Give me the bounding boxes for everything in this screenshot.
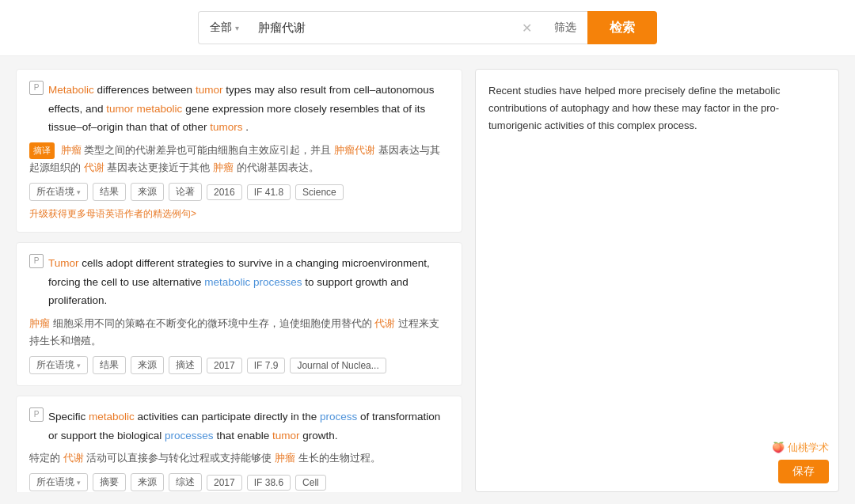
logo-icon: 🍑 [772, 441, 785, 453]
zh-highlight-metabolism: 肿瘤代谢 [334, 144, 375, 156]
main-content: P Metabolic differences between tumor ty… [0, 56, 855, 504]
zh-highlight-tumor-2: 肿瘤 [213, 161, 234, 173]
result-zh-3: 特定的 代谢 活动可以直接参与转化过程或支持能够使 肿瘤 生长的生物过程。 [29, 449, 449, 467]
en-highlight-metabolic-processes: metabolic processes [204, 276, 302, 288]
left-panel: P Metabolic differences between tumor ty… [16, 69, 462, 492]
tag-source-1[interactable]: 来源 [131, 183, 164, 201]
zh-text-4: 的代谢基因表达。 [237, 161, 319, 173]
tag-type-1[interactable]: 论著 [169, 183, 202, 201]
search-input-wrapper: ✕ [250, 11, 543, 44]
result-en-1: Metabolic differences between tumor type… [48, 81, 449, 137]
zh-text-3: 基因表达更接近于其他 [107, 161, 210, 173]
result-en-3: Specific metabolic activities can partic… [48, 407, 449, 445]
result-item-3: P Specific metabolic activities can part… [16, 396, 462, 492]
filter-button[interactable]: 筛选 [543, 11, 587, 44]
en-text-12: growth. [302, 430, 337, 441]
zh-text-7: 特定的 [29, 452, 60, 464]
en-highlight-process: process [320, 411, 357, 423]
en-highlight-tumor-2: tumor [106, 103, 134, 115]
tag-context-1[interactable]: 所在语境 ▾ [29, 183, 88, 201]
top-bar: 全部 ▾ ✕ 筛选 检索 [0, 0, 855, 56]
item-icon-3: P [29, 407, 44, 422]
zh-highlight-tumor-3: 肿瘤 [29, 317, 50, 329]
logo-text: 仙桃学术 [788, 441, 829, 453]
zh-highlight-tumor-4: 肿瘤 [275, 452, 295, 464]
tag-row-2: 所在语境 ▾ 结果 来源 摘述 2017 IF 7.9 Journal of N… [29, 356, 449, 374]
zh-highlight-meta-4: 代谢 [63, 452, 84, 464]
result-item-2: P Tumor cells adopt different strategies… [16, 242, 462, 386]
tag-if-3[interactable]: IF 38.6 [247, 475, 291, 491]
tag-context-3[interactable]: 所在语境 ▾ [29, 473, 88, 491]
upgrade-link-1[interactable]: 升级获得更多母语英语作者的精选例句> [29, 207, 196, 221]
tag-context-2[interactable]: 所在语境 ▾ [29, 356, 88, 374]
right-panel-text: Recent studies have helped more precisel… [488, 82, 826, 135]
en-highlight-tumor-4: tumor [272, 430, 300, 441]
tag-result-1[interactable]: 结果 [93, 183, 126, 201]
tag-year-3[interactable]: 2017 [207, 475, 242, 491]
en-text-9: activities can participate directly in t… [138, 411, 320, 423]
tag-row-3: 所在语境 ▾ 摘要 来源 综述 2017 IF 38.6 Cell [29, 473, 449, 491]
en-text-8: Specific [48, 411, 89, 423]
search-container: 全部 ▾ ✕ 筛选 检索 [198, 11, 657, 44]
en-text-1: differences between [97, 84, 196, 96]
tag-summary-3[interactable]: 摘要 [93, 473, 126, 491]
tag-if-1[interactable]: IF 41.8 [247, 184, 291, 200]
tag-source-2[interactable]: 来源 [131, 356, 164, 374]
zh-text-8: 活动可以直接参与转化过程或支持能够使 [86, 452, 272, 464]
zh-highlight-meta-2: 代谢 [84, 161, 104, 173]
search-input[interactable] [258, 21, 519, 35]
en-highlight-processes: processes [165, 430, 214, 441]
chevron-down-icon: ▾ [235, 24, 239, 32]
en-highlight-metabolic-2: metabolic [137, 103, 183, 115]
tag-journal-2[interactable]: Journal of Nuclea... [290, 358, 386, 373]
zh-text-1: 类型之间的代谢差异也可能由细胞自主效应引起，并且 [84, 144, 331, 156]
search-type-label: 全部 [210, 21, 232, 35]
right-panel: Recent studies have helped more precisel… [475, 69, 839, 492]
item-icon-2: P [29, 254, 44, 268]
en-text-11: that enable [216, 430, 272, 441]
tag-type-3[interactable]: 综述 [169, 473, 202, 491]
zh-badge-1: 摘译 [29, 142, 55, 159]
result-zh-1: 摘译 肿瘤 类型之间的代谢差异也可能由细胞自主效应引起，并且 肿瘤代谢 基因表达… [29, 142, 449, 176]
tag-if-2[interactable]: IF 7.9 [247, 358, 286, 373]
item-icon-1: P [29, 81, 44, 95]
result-en-2: Tumor cells adopt different strategies t… [48, 254, 449, 310]
tag-journal-3[interactable]: Cell [295, 475, 326, 491]
result-header-2: P Tumor cells adopt different strategies… [29, 254, 449, 315]
en-text-5: . [245, 121, 249, 133]
result-item-1: P Metabolic differences between tumor ty… [16, 69, 462, 233]
en-highlight-metabolic: Metabolic [48, 84, 94, 96]
tag-source-3[interactable]: 来源 [131, 473, 164, 491]
en-highlight-tumor-1: tumor [196, 84, 223, 96]
en-highlight-tumor-3: Tumor [48, 257, 79, 269]
tag-year-1[interactable]: 2016 [207, 184, 242, 200]
result-header-1: P Metabolic differences between tumor ty… [29, 81, 449, 142]
en-highlight-metabolic-3: metabolic [89, 411, 135, 423]
result-header-3: P Specific metabolic activities can part… [29, 407, 449, 449]
tag-row-1: 所在语境 ▾ 结果 来源 论著 2016 IF 41.8 Science [29, 183, 449, 201]
zh-text-5: 细胞采用不同的策略在不断变化的微环境中生存，迫使细胞使用替代的 [53, 317, 372, 329]
result-zh-2: 肿瘤 细胞采用不同的策略在不断变化的微环境中生存，迫使细胞使用替代的 代谢 过程… [29, 315, 449, 350]
save-button[interactable]: 保存 [778, 460, 829, 483]
zh-highlight-meta-3: 代谢 [374, 317, 395, 329]
search-type-select[interactable]: 全部 ▾ [198, 11, 250, 44]
tag-result-2[interactable]: 结果 [93, 356, 126, 374]
clear-icon[interactable]: ✕ [519, 21, 535, 36]
tag-journal-1[interactable]: Science [295, 184, 344, 200]
zh-text-9: 生长的生物过程。 [298, 452, 381, 464]
tag-year-2[interactable]: 2017 [207, 358, 242, 373]
search-button[interactable]: 检索 [587, 11, 657, 44]
tag-type-2[interactable]: 摘述 [169, 356, 202, 374]
zh-highlight-tumor-1: 肿瘤 [61, 144, 82, 156]
en-highlight-tumors: tumors [210, 121, 242, 133]
logo-watermark: 🍑 仙桃学术 [772, 439, 829, 457]
